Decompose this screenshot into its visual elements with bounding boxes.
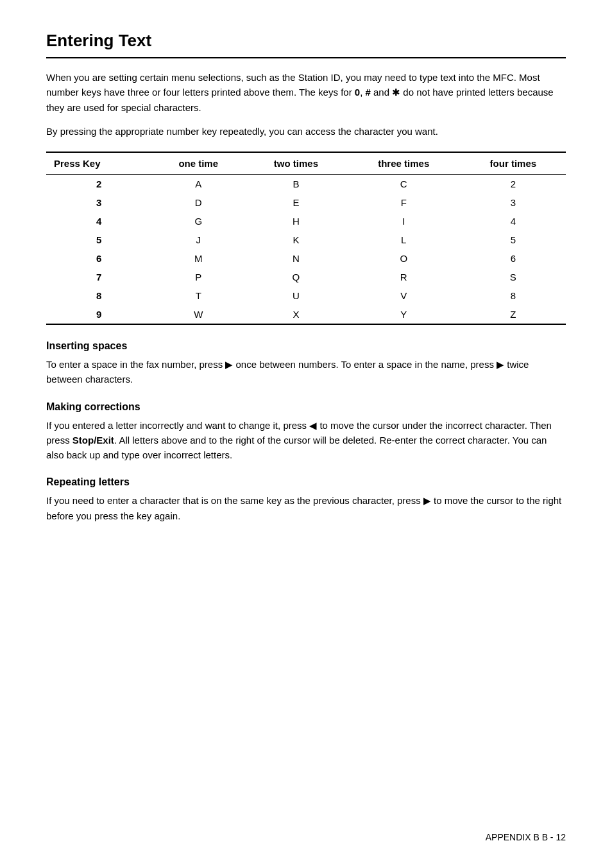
table-cell: 9 <box>46 305 151 324</box>
table-cell: 8 <box>46 286 151 305</box>
table-cell: F <box>347 193 461 212</box>
table-cell: 5 <box>461 230 566 249</box>
table-row: 7PQRS <box>46 268 566 286</box>
table-cell: P <box>151 268 245 286</box>
table-cell: B <box>245 175 347 194</box>
repeating-letters-heading: Repeating letters <box>46 476 566 488</box>
repeating-letters-body: If you need to enter a character that is… <box>46 493 566 523</box>
inserting-spaces-heading: Inserting spaces <box>46 340 566 352</box>
table-cell: 6 <box>46 249 151 268</box>
table-cell: 6 <box>461 249 566 268</box>
table-cell: W <box>151 305 245 324</box>
intro-paragraph-1: When you are setting certain menu select… <box>46 70 566 115</box>
table-cell: 4 <box>46 212 151 230</box>
inserting-spaces-body: To enter a space in the fax number, pres… <box>46 357 566 387</box>
table-cell: A <box>151 175 245 194</box>
col-header-three-times: three times <box>347 153 461 175</box>
table-row: 5JKL5 <box>46 230 566 249</box>
making-corrections-body: If you entered a letter incorrectly and … <box>46 418 566 463</box>
table-cell: E <box>245 193 347 212</box>
table-cell: Y <box>347 305 461 324</box>
table-cell: G <box>151 212 245 230</box>
table-cell: S <box>461 268 566 286</box>
key-table: Press Key one time two times three times… <box>46 153 566 324</box>
table-cell: O <box>347 249 461 268</box>
table-cell: X <box>245 305 347 324</box>
table-cell: D <box>151 193 245 212</box>
table-cell: L <box>347 230 461 249</box>
table-cell: R <box>347 268 461 286</box>
col-header-four-times: four times <box>461 153 566 175</box>
table-row: 8TUV8 <box>46 286 566 305</box>
table-cell: 7 <box>46 268 151 286</box>
title-divider <box>46 57 566 58</box>
table-header-row: Press Key one time two times three times… <box>46 153 566 175</box>
footer: APPENDIX B B - 12 <box>486 832 566 842</box>
table-cell: 3 <box>461 193 566 212</box>
inserting-spaces-section: Inserting spaces To enter a space in the… <box>46 340 566 387</box>
table-row: 4GHI4 <box>46 212 566 230</box>
table-cell: V <box>347 286 461 305</box>
table-cell: N <box>245 249 347 268</box>
table-row: 2ABC2 <box>46 175 566 194</box>
table-cell: Q <box>245 268 347 286</box>
repeating-letters-section: Repeating letters If you need to enter a… <box>46 476 566 523</box>
making-corrections-heading: Making corrections <box>46 401 566 413</box>
col-header-two-times: two times <box>245 153 347 175</box>
col-header-press-key: Press Key <box>46 153 151 175</box>
table-cell: M <box>151 249 245 268</box>
table-cell: H <box>245 212 347 230</box>
table-cell: 3 <box>46 193 151 212</box>
table-cell: 2 <box>461 175 566 194</box>
table-cell: 2 <box>46 175 151 194</box>
table-row: 9WXYZ <box>46 305 566 324</box>
col-header-one-time: one time <box>151 153 245 175</box>
table-cell: K <box>245 230 347 249</box>
table-cell: I <box>347 212 461 230</box>
table-cell: 4 <box>461 212 566 230</box>
table-cell: C <box>347 175 461 194</box>
table-cell: 8 <box>461 286 566 305</box>
table-row: 6MNO6 <box>46 249 566 268</box>
table-cell: Z <box>461 305 566 324</box>
table-cell: J <box>151 230 245 249</box>
page-title: Entering Text <box>46 31 566 51</box>
making-corrections-section: Making corrections If you entered a lett… <box>46 401 566 463</box>
intro-paragraph-2: By pressing the appropriate number key r… <box>46 124 566 139</box>
table-cell: 5 <box>46 230 151 249</box>
table-cell: U <box>245 286 347 305</box>
table-cell: T <box>151 286 245 305</box>
table-row: 3DEF3 <box>46 193 566 212</box>
key-table-container: Press Key one time two times three times… <box>46 152 566 325</box>
